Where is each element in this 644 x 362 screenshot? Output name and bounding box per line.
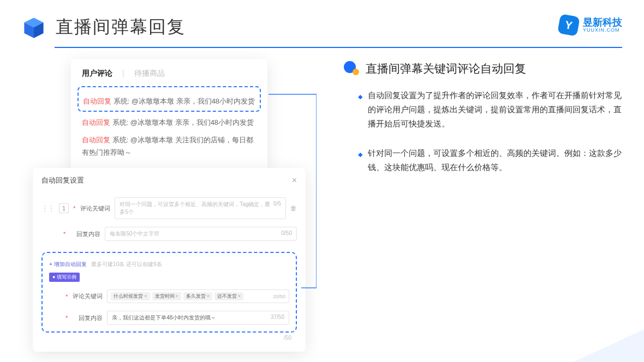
- diamond-icon: ◆: [358, 149, 362, 174]
- tabs: 用户评论 | 待播商品: [82, 69, 257, 79]
- keyword-row: ⋮⋮ 1 * 评论关键词 对同一个问题，可设置多个相近、高频的关键词，Tag确定…: [41, 197, 297, 219]
- cube-icon: [22, 15, 46, 39]
- example-kw-row: * 评论关键词 什么时候发货× 发货时间× 多久发货× 还不发货× 20/50: [49, 289, 289, 303]
- tag-chip: 发货时间×: [152, 292, 181, 300]
- explanation-panel: 直播间弹幕关键词评论自动回复 ◆ 自动回复设置为了提升作者的评论回复效率，作者可…: [344, 59, 622, 321]
- blob-icon: [344, 61, 359, 76]
- kw-input[interactable]: 对同一个问题，可设置多个相近、高频的关键词，Tag确定，最多5个0/5: [115, 197, 286, 219]
- tab-comments[interactable]: 用户评论: [82, 69, 112, 79]
- section-title: 直播间弹幕关键词评论自动回复: [366, 61, 526, 76]
- content-input[interactable]: 每条限50个中文字符0/50: [105, 227, 297, 241]
- tag-chip: 多久发货×: [183, 292, 212, 300]
- index-badge: 1: [59, 203, 69, 213]
- tag-chip: 什么时候发货×: [111, 292, 150, 300]
- ex-kw-input[interactable]: 什么时候发货× 发货时间× 多久发货× 还不发货× 20/50: [107, 289, 289, 303]
- bullet-item: ◆ 针对同一个问题，可设置多个相近的、高频的关键词。例如：这款多少钱、这块能优惠…: [344, 146, 622, 174]
- required-mark: *: [73, 205, 75, 212]
- page-title: 直播间弹幕回复: [56, 15, 186, 39]
- highlighted-message: 自动回复 系统: @冰墩墩本墩 亲亲，我们48小时内发货: [77, 86, 261, 112]
- diamond-icon: ◆: [358, 92, 362, 131]
- auto-reply-tag: 自动回复: [82, 118, 110, 126]
- required-mark: *: [63, 231, 65, 237]
- auto-reply-tag: 自动回复: [83, 97, 111, 105]
- logo-name: 昱新科技: [583, 17, 622, 27]
- brand-logo: Y 昱新科技 YUUXIN.COM: [559, 15, 622, 35]
- screenshot-collage: 用户评论 | 待播商品 自动回复 系统: @冰墩墩本墩 亲亲，我们48小时内发货…: [33, 59, 317, 321]
- tail-count: /50: [41, 333, 297, 341]
- ex-content-input[interactable]: 亲，我们这边都是下单48小时内发货的哦～37/50: [107, 311, 289, 325]
- kw-label: 评论关键词: [80, 204, 110, 213]
- modal-header: 自动回复设置 ×: [41, 176, 297, 190]
- tag-chip: 还不发货×: [214, 292, 243, 300]
- bullet-text: 自动回复设置为了提升作者的评论回复效率，作者可在开播前针对常见的评论用户问题，提…: [368, 88, 622, 131]
- example-badge: ● 填写示例: [49, 273, 80, 282]
- msg-text: 系统: @冰墩墩本墩 亲亲，我们48小时内发货: [110, 118, 254, 126]
- content-row: * 回复内容 每条限50个中文字符0/50: [41, 227, 297, 241]
- settings-modal: 自动回复设置 × ⋮⋮ 1 * 评论关键词 对同一个问题，可设置多个相近、高频的…: [33, 168, 306, 352]
- content-label: 回复内容: [70, 230, 100, 238]
- drag-icon[interactable]: ⋮⋮: [41, 204, 55, 212]
- logo-sub: YUUXIN.COM: [583, 27, 622, 33]
- logo-mark-icon: Y: [557, 14, 580, 37]
- section-heading: 直播间弹幕关键词评论自动回复: [344, 61, 622, 76]
- bullet-text: 针对同一个问题，可设置多个相近的、高频的关键词。例如：这款多少钱、这块能优惠吗、…: [368, 146, 622, 174]
- corner-decoration: [573, 329, 644, 362]
- tab-sep: |: [122, 69, 124, 79]
- example-highlight: + 增加自动回复 最多可建10条 还可以创建9条 ● 填写示例 * 评论关键词 …: [41, 252, 297, 333]
- ex-kw-label: 评论关键词: [72, 292, 103, 300]
- add-hint: 最多可建10条 还可以创建9条: [91, 261, 162, 267]
- modal-title: 自动回复设置: [41, 176, 84, 185]
- delete-icon[interactable]: 🗑: [290, 204, 297, 212]
- bullet-item: ◆ 自动回复设置为了提升作者的评论回复效率，作者可在开播前针对常见的评论用户问题…: [344, 88, 622, 131]
- tab-products[interactable]: 待播商品: [134, 69, 165, 79]
- auto-reply-tag: 自动回复: [82, 136, 110, 144]
- close-icon[interactable]: ×: [292, 176, 297, 185]
- comments-card: 用户评论 | 待播商品 自动回复 系统: @冰墩墩本墩 亲亲，我们48小时内发货…: [71, 59, 267, 171]
- ex-content-label: 回复内容: [72, 314, 103, 322]
- example-content-row: * 回复内容 亲，我们这边都是下单48小时内发货的哦～37/50: [49, 311, 289, 325]
- add-rule-link[interactable]: + 增加自动回复: [49, 261, 87, 267]
- msg-text: 系统: @冰墩墩本墩 亲亲，我们48小时内发货: [111, 97, 255, 105]
- page-header: 直播间弹幕回复 Y 昱新科技 YUUXIN.COM: [0, 0, 644, 39]
